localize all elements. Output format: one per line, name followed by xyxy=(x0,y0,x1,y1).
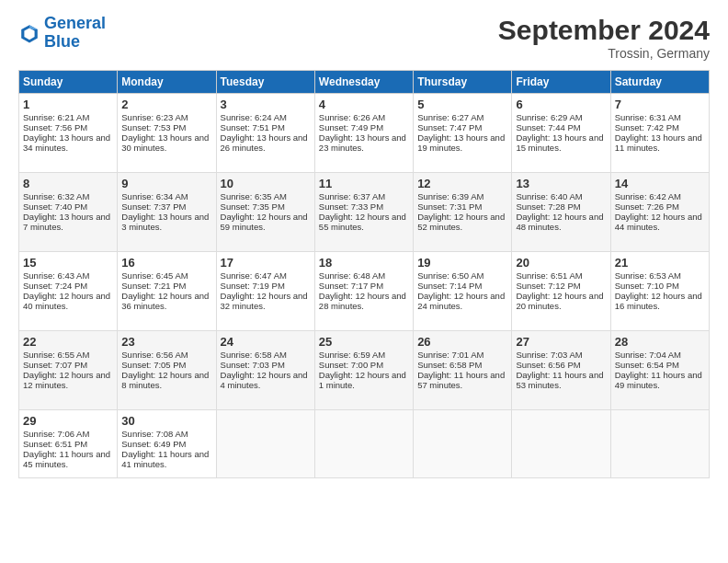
sunset-text: Sunset: 7:42 PM xyxy=(615,122,679,132)
col-wednesday: Wednesday xyxy=(314,71,413,94)
calendar-cell: 12 Sunrise: 6:39 AM Sunset: 7:31 PM Dayl… xyxy=(414,173,512,252)
sunrise-text: Sunrise: 6:35 AM xyxy=(221,191,287,201)
calendar-cell: 26 Sunrise: 7:01 AM Sunset: 6:58 PM Dayl… xyxy=(414,331,512,410)
col-monday: Monday xyxy=(118,71,216,94)
calendar-table: Sunday Monday Tuesday Wednesday Thursday… xyxy=(18,70,710,478)
calendar-row: 1 Sunrise: 6:21 AM Sunset: 7:56 PM Dayli… xyxy=(19,94,710,173)
day-number: 22 xyxy=(23,335,113,349)
sunset-text: Sunset: 7:21 PM xyxy=(121,281,186,291)
logo-text: General Blue xyxy=(44,15,106,52)
calendar-cell: 9 Sunrise: 6:34 AM Sunset: 7:37 PM Dayli… xyxy=(118,173,216,252)
sunrise-text: Sunrise: 6:50 AM xyxy=(417,270,483,281)
calendar-cell: 23 Sunrise: 6:56 AM Sunset: 7:05 PM Dayl… xyxy=(118,331,216,410)
sunset-text: Sunset: 7:51 PM xyxy=(221,122,285,132)
calendar-cell: 7 Sunrise: 6:31 AM Sunset: 7:42 PM Dayli… xyxy=(610,94,709,173)
calendar-cell: 29 Sunrise: 7:06 AM Sunset: 6:51 PM Dayl… xyxy=(19,410,118,478)
calendar-cell: 16 Sunrise: 6:45 AM Sunset: 7:21 PM Dayl… xyxy=(118,252,216,331)
day-number: 19 xyxy=(417,256,507,270)
sunrise-text: Sunrise: 7:06 AM xyxy=(23,429,89,439)
sunrise-text: Sunrise: 6:53 AM xyxy=(615,270,681,281)
sunrise-text: Sunrise: 6:39 AM xyxy=(417,191,483,201)
location: Trossin, Germany xyxy=(498,46,710,61)
calendar-cell xyxy=(610,410,709,478)
day-number: 14 xyxy=(615,177,705,190)
daylight-text: Daylight: 12 hours and 8 minutes. xyxy=(121,370,209,390)
daylight-text: Daylight: 11 hours and 53 minutes. xyxy=(516,370,603,390)
day-number: 20 xyxy=(516,256,606,270)
day-number: 5 xyxy=(417,98,507,111)
sunrise-text: Sunrise: 6:32 AM xyxy=(23,191,89,201)
sunset-text: Sunset: 7:28 PM xyxy=(516,201,580,212)
daylight-text: Daylight: 13 hours and 7 minutes. xyxy=(23,212,110,232)
calendar-cell: 22 Sunrise: 6:55 AM Sunset: 7:07 PM Dayl… xyxy=(19,331,118,410)
sunset-text: Sunset: 7:47 PM xyxy=(417,122,482,132)
sunrise-text: Sunrise: 6:24 AM xyxy=(221,112,287,122)
sunset-text: Sunset: 7:07 PM xyxy=(23,360,87,370)
day-number: 2 xyxy=(121,98,211,111)
daylight-text: Daylight: 13 hours and 15 minutes. xyxy=(516,132,603,153)
sunrise-text: Sunrise: 6:23 AM xyxy=(121,112,188,122)
calendar-cell xyxy=(314,410,413,478)
calendar-cell: 13 Sunrise: 6:40 AM Sunset: 7:28 PM Dayl… xyxy=(512,173,610,252)
sunrise-text: Sunrise: 6:55 AM xyxy=(23,350,89,360)
sunset-text: Sunset: 6:51 PM xyxy=(23,439,87,449)
calendar-cell: 4 Sunrise: 6:26 AM Sunset: 7:49 PM Dayli… xyxy=(314,94,413,173)
calendar-cell xyxy=(414,410,512,478)
sunrise-text: Sunrise: 6:59 AM xyxy=(319,350,385,360)
calendar-cell: 27 Sunrise: 7:03 AM Sunset: 6:56 PM Dayl… xyxy=(512,331,610,410)
sunrise-text: Sunrise: 6:27 AM xyxy=(417,112,483,122)
sunset-text: Sunset: 7:05 PM xyxy=(121,360,186,370)
sunset-text: Sunset: 7:10 PM xyxy=(615,281,679,291)
day-number: 29 xyxy=(23,414,113,428)
day-number: 15 xyxy=(23,256,113,270)
day-number: 27 xyxy=(516,335,606,349)
calendar-cell: 3 Sunrise: 6:24 AM Sunset: 7:51 PM Dayli… xyxy=(216,94,314,173)
day-number: 6 xyxy=(516,98,606,111)
calendar-cell: 10 Sunrise: 6:35 AM Sunset: 7:35 PM Dayl… xyxy=(216,173,314,252)
logo-general: General xyxy=(44,14,106,32)
daylight-text: Daylight: 13 hours and 23 minutes. xyxy=(319,132,406,153)
sunrise-text: Sunrise: 6:31 AM xyxy=(615,112,681,122)
calendar-cell: 20 Sunrise: 6:51 AM Sunset: 7:12 PM Dayl… xyxy=(512,252,610,331)
month-title: September 2024 xyxy=(498,15,710,46)
header: General Blue September 2024 Trossin, Ger… xyxy=(18,15,710,61)
sunrise-text: Sunrise: 6:43 AM xyxy=(23,270,89,281)
day-number: 7 xyxy=(615,98,705,111)
calendar-row: 29 Sunrise: 7:06 AM Sunset: 6:51 PM Dayl… xyxy=(19,410,710,478)
sunrise-text: Sunrise: 6:40 AM xyxy=(516,191,582,201)
sunset-text: Sunset: 7:00 PM xyxy=(319,360,383,370)
sunset-text: Sunset: 7:24 PM xyxy=(23,281,87,291)
day-number: 3 xyxy=(221,98,311,111)
daylight-text: Daylight: 13 hours and 19 minutes. xyxy=(417,132,505,153)
header-row: Sunday Monday Tuesday Wednesday Thursday… xyxy=(19,71,710,94)
sunset-text: Sunset: 7:26 PM xyxy=(615,201,679,212)
sunset-text: Sunset: 7:44 PM xyxy=(516,122,580,132)
calendar-row: 8 Sunrise: 6:32 AM Sunset: 7:40 PM Dayli… xyxy=(19,173,710,252)
calendar-cell: 17 Sunrise: 6:47 AM Sunset: 7:19 PM Dayl… xyxy=(216,252,314,331)
sunrise-text: Sunrise: 6:26 AM xyxy=(319,112,385,122)
calendar-cell: 14 Sunrise: 6:42 AM Sunset: 7:26 PM Dayl… xyxy=(610,173,709,252)
sunset-text: Sunset: 7:03 PM xyxy=(221,360,285,370)
sunset-text: Sunset: 7:53 PM xyxy=(121,122,186,132)
sunrise-text: Sunrise: 6:51 AM xyxy=(516,270,582,281)
sunrise-text: Sunrise: 6:37 AM xyxy=(319,191,385,201)
sunrise-text: Sunrise: 6:48 AM xyxy=(319,270,385,281)
calendar-cell: 8 Sunrise: 6:32 AM Sunset: 7:40 PM Dayli… xyxy=(19,173,118,252)
sunset-text: Sunset: 7:31 PM xyxy=(417,201,482,212)
day-number: 4 xyxy=(319,98,409,111)
daylight-text: Daylight: 12 hours and 36 minutes. xyxy=(121,291,209,311)
day-number: 1 xyxy=(23,98,113,111)
sunset-text: Sunset: 7:12 PM xyxy=(516,281,580,291)
day-number: 23 xyxy=(121,335,211,349)
daylight-text: Daylight: 12 hours and 32 minutes. xyxy=(221,291,308,311)
sunset-text: Sunset: 7:17 PM xyxy=(319,281,383,291)
day-number: 10 xyxy=(221,177,311,190)
sunset-text: Sunset: 6:58 PM xyxy=(417,360,482,370)
daylight-text: Daylight: 12 hours and 16 minutes. xyxy=(615,291,702,311)
daylight-text: Daylight: 12 hours and 28 minutes. xyxy=(319,291,406,311)
calendar-cell: 24 Sunrise: 6:58 AM Sunset: 7:03 PM Dayl… xyxy=(216,331,314,410)
calendar-cell xyxy=(512,410,610,478)
sunset-text: Sunset: 6:49 PM xyxy=(121,439,186,449)
daylight-text: Daylight: 11 hours and 57 minutes. xyxy=(417,370,505,390)
sunrise-text: Sunrise: 7:03 AM xyxy=(516,350,582,360)
